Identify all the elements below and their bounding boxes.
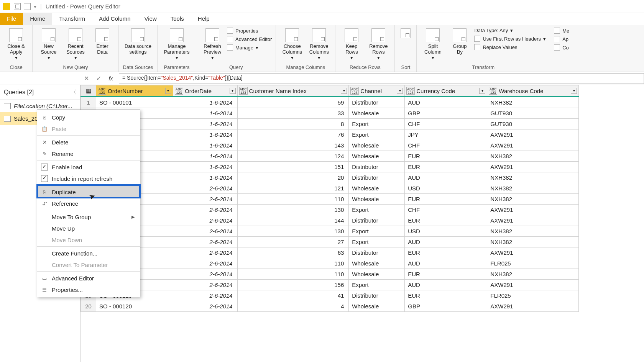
- cell-channel[interactable]: Wholesale: [349, 151, 405, 162]
- table-row[interactable]: 142-6-201427ExportAUDNXH382: [81, 237, 579, 247]
- cell-warehouse[interactable]: AXW291: [487, 301, 579, 312]
- cell-channel[interactable]: Wholesale: [349, 258, 405, 269]
- row-number[interactable]: 20: [81, 301, 96, 312]
- column-header-orderdate[interactable]: ABC123OrderDate▾: [173, 85, 237, 97]
- cell-customerindex[interactable]: 110: [237, 269, 349, 280]
- table-row[interactable]: 152-6-201463DistributorEURAXW291: [81, 247, 579, 258]
- recent-sources-button[interactable]: Recent Sources ▾: [63, 27, 88, 61]
- cell-customerindex[interactable]: 63: [237, 247, 349, 258]
- cell-orderdate[interactable]: 2-6-2014: [173, 226, 237, 237]
- cell-warehouse[interactable]: NXH382: [487, 172, 579, 183]
- cell-warehouse[interactable]: AXW291: [487, 247, 579, 258]
- table-row[interactable]: 61-6-2014124WholesaleEURNXH382: [81, 151, 579, 162]
- table-row[interactable]: 92-6-2014121WholesaleUSDNXH382: [81, 183, 579, 194]
- filter-icon[interactable]: ▾: [479, 88, 485, 94]
- cm-move-to-group[interactable]: Move To Group▶: [37, 210, 140, 223]
- cm-include-refresh[interactable]: Include in report refresh: [37, 173, 140, 184]
- cell-channel[interactable]: Export: [349, 205, 405, 215]
- cell-warehouse[interactable]: AXW291: [487, 280, 579, 290]
- cell-currency[interactable]: AUD: [405, 258, 487, 269]
- tab-file[interactable]: File: [0, 13, 23, 25]
- cell-customerindex[interactable]: 156: [237, 280, 349, 290]
- table-row[interactable]: 20SO - 0001202-6-20144WholesaleGBPAXW291: [81, 301, 579, 312]
- cell-channel[interactable]: Wholesale: [349, 301, 405, 312]
- filter-icon[interactable]: ▾: [397, 88, 403, 94]
- column-header-ordernumber[interactable]: ABC123OrderNumber▾: [96, 85, 173, 97]
- cell-warehouse[interactable]: NXH382: [487, 269, 579, 280]
- cell-currency[interactable]: USD: [405, 226, 487, 237]
- cell-currency[interactable]: GBP: [405, 301, 487, 312]
- cell-channel[interactable]: Export: [349, 280, 405, 290]
- cell-customerindex[interactable]: 144: [237, 215, 349, 226]
- group-by-button[interactable]: Group By: [447, 27, 472, 55]
- properties-button[interactable]: Properties: [227, 27, 272, 34]
- table-row[interactable]: 182-6-2014156ExportAUDAXW291: [81, 280, 579, 290]
- cell-currency[interactable]: CHF: [405, 205, 487, 215]
- cell-orderdate[interactable]: 2-6-2014: [173, 194, 237, 205]
- data-source-settings-button[interactable]: Data source settings: [123, 27, 153, 55]
- new-source-button[interactable]: New Source ▾: [36, 27, 61, 61]
- data-grid[interactable]: ▦ ABC123OrderNumber▾ ABC123OrderDate▾ AB…: [80, 85, 644, 362]
- table-corner[interactable]: ▦: [81, 85, 96, 97]
- fx-icon[interactable]: fx: [107, 74, 115, 83]
- advanced-editor-button[interactable]: Advanced Editor: [227, 35, 272, 43]
- column-header-currency[interactable]: ABC123Currency Code▾: [405, 85, 487, 97]
- cell-currency[interactable]: CHF: [405, 119, 487, 129]
- cell-warehouse[interactable]: GUT930: [487, 119, 579, 129]
- undo-icon[interactable]: [24, 3, 31, 10]
- formula-input[interactable]: = Source{[Item="Sales_2014",Kind="Table"…: [119, 73, 644, 84]
- cell-customerindex[interactable]: 59: [237, 97, 349, 108]
- cell-orderdate[interactable]: 1-6-2014: [173, 129, 237, 140]
- table-row[interactable]: 71-6-2014151DistributorEURAXW291: [81, 162, 579, 172]
- cell-currency[interactable]: AUD: [405, 97, 487, 108]
- sort-asc-button[interactable]: [399, 27, 412, 40]
- tab-home[interactable]: Home: [23, 13, 52, 25]
- cell-orderdate[interactable]: 2-6-2014: [173, 183, 237, 194]
- cell-orderdate[interactable]: 2-6-2014: [173, 280, 237, 290]
- cell-ordernumber[interactable]: SO - 000101: [96, 97, 173, 108]
- cell-channel[interactable]: Distributor: [349, 97, 405, 108]
- cell-warehouse[interactable]: NXH382: [487, 151, 579, 162]
- cell-channel[interactable]: Wholesale: [349, 194, 405, 205]
- tab-help[interactable]: Help: [191, 13, 217, 25]
- cell-customerindex[interactable]: 20: [237, 172, 349, 183]
- cell-channel[interactable]: Distributor: [349, 172, 405, 183]
- refresh-preview-button[interactable]: Refresh Preview ▾: [200, 27, 225, 61]
- cell-warehouse[interactable]: NXH382: [487, 194, 579, 205]
- table-row[interactable]: 31-6-20148ExportCHFGUT930: [81, 119, 579, 129]
- cell-channel[interactable]: Wholesale: [349, 269, 405, 280]
- cell-channel[interactable]: Export: [349, 119, 405, 129]
- row-number[interactable]: 1: [81, 97, 96, 108]
- cell-warehouse[interactable]: AXW291: [487, 215, 579, 226]
- cell-customerindex[interactable]: 110: [237, 258, 349, 269]
- cell-orderdate[interactable]: 1-6-2014: [173, 162, 237, 172]
- cm-move-up[interactable]: Move Up: [37, 223, 140, 234]
- cell-currency[interactable]: EUR: [405, 215, 487, 226]
- cell-currency[interactable]: AUD: [405, 280, 487, 290]
- tab-tools[interactable]: Tools: [164, 13, 191, 25]
- cell-currency[interactable]: EUR: [405, 151, 487, 162]
- table-row[interactable]: 122-6-2014144DistributorEURAXW291: [81, 215, 579, 226]
- cell-orderdate[interactable]: 2-6-2014: [173, 290, 237, 301]
- collapse-icon[interactable]: 〈: [71, 89, 76, 96]
- table-row[interactable]: 41-6-201476ExportJPYAXW291: [81, 129, 579, 140]
- cm-delete[interactable]: ✕Delete: [37, 135, 140, 148]
- cell-orderdate[interactable]: 2-6-2014: [173, 205, 237, 215]
- split-column-button[interactable]: Split Column ▾: [421, 27, 445, 61]
- cell-channel[interactable]: Wholesale: [349, 183, 405, 194]
- cell-warehouse[interactable]: AXW291: [487, 129, 579, 140]
- cell-warehouse[interactable]: AXW291: [487, 140, 579, 151]
- cell-customerindex[interactable]: 8: [237, 119, 349, 129]
- cell-customerindex[interactable]: 110: [237, 194, 349, 205]
- cell-orderdate[interactable]: 1-6-2014: [173, 172, 237, 183]
- cell-currency[interactable]: EUR: [405, 290, 487, 301]
- cell-channel[interactable]: Distributor: [349, 162, 405, 172]
- close-apply-button[interactable]: Close & Apply ▾: [4, 27, 28, 61]
- cell-warehouse[interactable]: FLR025: [487, 258, 579, 269]
- cell-orderdate[interactable]: 1-6-2014: [173, 97, 237, 108]
- data-type-dropdown[interactable]: Data Type: Any ▾: [474, 27, 546, 34]
- cell-warehouse[interactable]: NXH382: [487, 183, 579, 194]
- cell-orderdate[interactable]: 2-6-2014: [173, 215, 237, 226]
- cell-currency[interactable]: AUD: [405, 237, 487, 247]
- replace-values-button[interactable]: Replace Values: [474, 43, 546, 51]
